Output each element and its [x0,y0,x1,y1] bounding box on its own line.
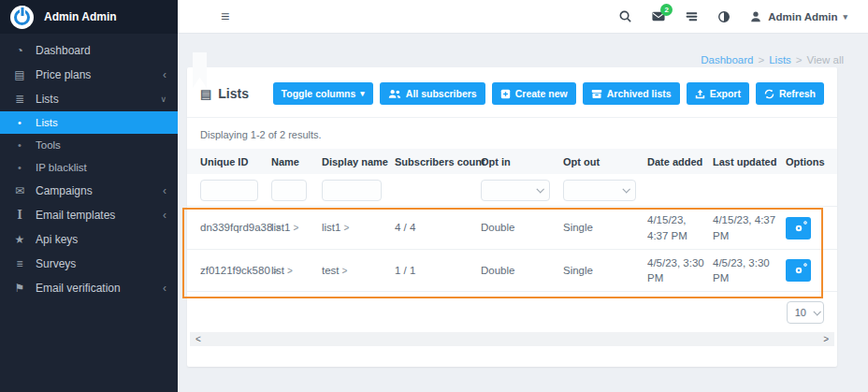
sidebar-item-label: Email verification [36,282,121,295]
unique-id-link[interactable]: dn339fqrd9a38> [200,220,271,235]
sidebar-item-label: Lists [36,93,59,106]
create-new-button[interactable]: Create new [492,82,576,105]
chevron-left-icon: ‹ [163,185,166,196]
filter-name-input[interactable] [271,180,307,201]
scroll-right-arrow[interactable]: > [823,335,829,344]
chevron-right-icon: > [342,266,348,276]
filter-unique-id-input[interactable] [200,180,258,201]
chevron-down-icon: ∨ [160,95,166,104]
user-icon [749,10,762,23]
opt-in-cell: Double [481,263,563,278]
opt-in-cell: Double [481,220,563,235]
topbar-actions: 2 Admin Admin ▾ [618,9,847,23]
col-header-options: Options [786,156,824,167]
filter-display-name-input[interactable] [322,180,382,201]
last-updated-cell: 4/15/23, 4:37 PM [713,212,786,242]
breadcrumb-dashboard[interactable]: Dashboard [701,54,753,65]
toggle-columns-button[interactable]: Toggle columns▾ [273,82,373,105]
row-options-button[interactable] [786,259,811,282]
name-link[interactable]: list> [271,263,322,278]
brand[interactable]: Admin Admin [0,0,178,34]
app-window: Admin Admin ◔ Dashboard ▤ Price plans ‹ … [0,0,868,392]
col-header-unique-id: Unique ID [200,156,271,167]
col-header-opt-out: Opt out [563,156,647,167]
sidebar-item-label: Api keys [36,233,78,246]
filter-opt-in-select[interactable] [481,180,550,201]
sidebar-item-api-keys[interactable]: ★ Api keys [0,227,178,252]
price-plans-icon: ▤ [11,68,28,81]
content-area: Dashboard>Lists>View all ▤ Lists Toggle … [178,34,868,392]
all-subscribers-button[interactable]: All subscribers [380,82,485,105]
sidebar-item-label: Campaigns [36,184,93,197]
plus-icon [500,89,511,99]
lists-icon: ≣ [11,93,28,106]
page-size-select[interactable]: 10 [787,301,824,324]
opt-out-cell: Single [563,263,647,278]
sidebar-item-dashboard[interactable]: ◔ Dashboard [0,38,178,63]
list-lines-icon: ≡ [11,257,28,270]
col-header-last-updated: Last updated [713,156,786,167]
cogs-icon [803,220,808,225]
sidebar-item-price-plans[interactable]: ▤ Price plans ‹ [0,63,178,87]
pagination: 10 [187,292,837,324]
text-cursor-icon: I [11,209,28,222]
sidebar-item-label: Tools [36,139,61,151]
breadcrumb-lists[interactable]: Lists [769,54,791,65]
user-menu[interactable]: Admin Admin ▾ [749,10,847,23]
sidebar-item-email-verification[interactable]: ⚑ Email verification ‹ [0,276,178,300]
archived-lists-button[interactable]: Archived lists [583,82,680,105]
bullet-icon: • [11,139,28,151]
refresh-button[interactable]: Refresh [756,82,824,105]
panel-title: ▤ Lists [200,86,249,101]
opt-out-cell: Single [563,220,647,235]
horizontal-scrollbar[interactable]: < > [190,332,834,346]
chevron-left-icon: ‹ [163,69,166,80]
table-filter-row [187,174,837,206]
sidebar-subitem-lists[interactable]: • Lists [0,111,178,134]
contrast-icon[interactable] [717,10,731,23]
sidebar-item-surveys[interactable]: ≡ Surveys [0,252,178,276]
sidebar-item-campaigns[interactable]: ✉ Campaigns ‹ [0,179,178,203]
breadcrumb-separator: > [758,54,764,65]
envelope-icon: ✉ [11,184,28,197]
breadcrumb: Dashboard>Lists>View all [701,54,844,65]
user-name: Admin Admin [768,11,837,22]
subscribers-count-cell: 1 / 1 [395,263,481,278]
search-icon[interactable] [618,9,632,23]
cogs-icon [803,262,808,268]
sidebar-item-email-templates[interactable]: I Email templates ‹ [0,203,178,227]
chevron-left-icon: ‹ [163,210,166,221]
chevron-down-icon [622,185,629,193]
chevron-right-icon: > [287,266,293,276]
sidebar: Admin Admin ◔ Dashboard ▤ Price plans ‹ … [0,0,178,392]
col-header-subscribers-count: Subscribers count [395,156,481,167]
messages-icon[interactable]: 2 [651,9,666,23]
name-link[interactable]: list1> [271,220,322,235]
unique-id-link[interactable]: zf0121f9ck580> [200,263,271,278]
panel-header: ▤ Lists Toggle columns▾ All subscribers … [187,67,837,118]
sidebar-item-lists[interactable]: ≣ Lists ∨ [0,87,178,111]
display-name-link[interactable]: test> [322,263,395,278]
lists-panel: ▤ Lists Toggle columns▾ All subscribers … [187,67,837,367]
chevron-down-icon [813,308,820,315]
sidebar-item-label: Surveys [36,257,76,270]
activity-list-icon[interactable] [685,9,699,23]
chevron-left-icon: ‹ [163,283,166,294]
filter-opt-out-select[interactable] [563,180,636,201]
topbar: ≡ 2 Admin Admin ▾ [178,0,868,34]
sidebar-subitem-tools[interactable]: • Tools [0,134,178,156]
date-added-cell: 4/5/23, 3:30 PM [647,255,713,285]
sidebar-subitem-ip-blacklist[interactable]: • IP blacklist [0,156,178,179]
display-name-link[interactable]: list1> [322,220,395,235]
archive-icon [591,89,602,99]
scroll-left-arrow[interactable]: < [195,335,201,344]
col-header-name: Name [271,156,322,167]
chevron-down-icon [536,185,543,193]
export-button[interactable]: Export [687,82,749,105]
hamburger-menu-icon[interactable]: ≡ [221,9,229,24]
sidebar-nav: ◔ Dashboard ▤ Price plans ‹ ≣ Lists ∨ • … [0,34,178,300]
caret-down-icon: ▾ [843,12,847,22]
table-row: dn339fqrd9a38> list1> list1> 4 / 4 Doubl… [187,206,837,249]
sidebar-item-label: Email templates [36,209,115,222]
row-options-button[interactable] [786,217,811,240]
